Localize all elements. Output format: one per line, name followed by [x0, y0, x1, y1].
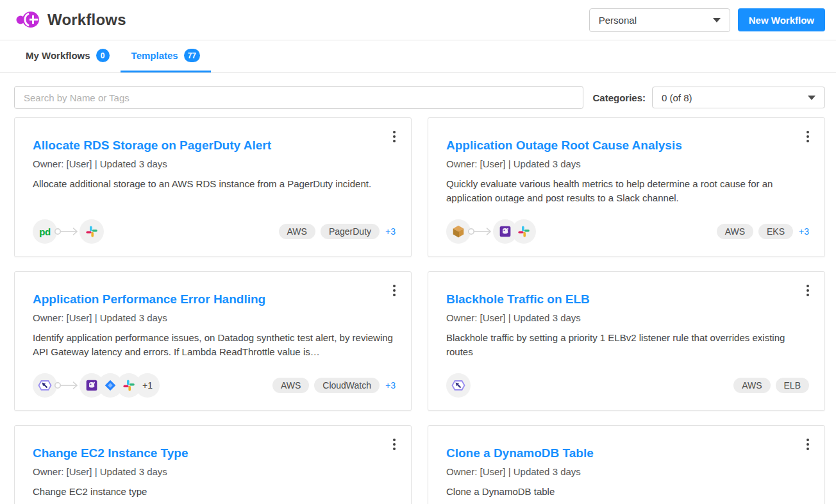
tag-badge: AWS	[733, 378, 770, 393]
chevron-down-icon	[808, 96, 815, 100]
workspace-select[interactable]: Personal	[589, 8, 730, 32]
tag-list: AWSELB	[733, 378, 809, 393]
app-header: Workflows Personal New Workflow	[0, 0, 836, 40]
tab-bar: My Workflows 0 Templates 77	[0, 40, 836, 73]
search-input[interactable]	[14, 86, 583, 109]
tag-list: AWSEKS+3	[717, 224, 809, 239]
tag-badge: AWS	[717, 224, 753, 239]
card-footer: pd AWSPagerDuty+3	[33, 219, 396, 244]
categories-select-value: 0 (of 8)	[662, 92, 692, 103]
tab-label: Templates	[131, 50, 178, 61]
workflow-meta: Owner: [User] | Updated 3 days	[446, 158, 809, 169]
categories-select[interactable]: 0 (of 8)	[652, 87, 825, 108]
chevron-down-icon	[713, 18, 721, 22]
tag-badge: PagerDuty	[321, 224, 380, 239]
arrow-connector-icon	[54, 219, 82, 244]
workflow-card[interactable]: Application Performance Error Handling O…	[14, 271, 412, 411]
new-workflow-button[interactable]: New Workflow	[738, 8, 825, 31]
workflow-description: Blackhole traffic by setting a priority …	[446, 331, 809, 359]
tag-badge: AWS	[279, 224, 315, 239]
connector-icon-row: +1	[33, 373, 160, 398]
arrow-connector-icon	[467, 219, 496, 244]
more-tags-link[interactable]: +3	[385, 380, 396, 391]
kebab-menu-icon[interactable]	[804, 436, 812, 453]
workflow-title-link[interactable]: Allocate RDS Storage on PagerDuty Alert	[33, 137, 396, 154]
workflow-card[interactable]: Change EC2 Instance Type Owner: [User] |…	[14, 425, 412, 504]
workflow-meta: Owner: [User] | Updated 3 days	[33, 312, 396, 323]
workflow-title-link[interactable]: Clone a DynamoDB Table	[446, 445, 809, 462]
workflow-meta: Owner: [User] | Updated 3 days	[446, 466, 809, 477]
synthetics-icon	[446, 373, 471, 398]
overflow-count-badge[interactable]: +1	[135, 373, 160, 398]
kebab-menu-icon[interactable]	[804, 128, 812, 145]
workflow-card[interactable]: Allocate RDS Storage on PagerDuty Alert …	[14, 117, 412, 257]
tag-badge: CloudWatch	[314, 378, 380, 393]
connector-icon-row	[446, 373, 471, 398]
slack-icon	[79, 219, 104, 244]
connector-icon-row: pd	[33, 219, 104, 244]
kebab-menu-icon[interactable]	[390, 128, 398, 145]
kebab-menu-icon[interactable]	[390, 436, 398, 453]
workflow-meta: Owner: [User] | Updated 3 days	[33, 466, 396, 477]
tag-list: AWSPagerDuty+3	[279, 224, 396, 239]
workflow-card-grid: Allocate RDS Storage on PagerDuty Alert …	[14, 117, 825, 504]
card-footer: AWSELB	[446, 373, 809, 398]
workflow-meta: Owner: [User] | Updated 3 days	[33, 158, 396, 169]
workflow-card[interactable]: Application Outage Root Cause Analysis O…	[428, 117, 825, 257]
tag-badge: AWS	[272, 378, 309, 393]
workflow-card[interactable]: Clone a DynamoDB Table Owner: [User] | U…	[428, 425, 825, 504]
slack-icon	[512, 219, 536, 244]
card-footer: +1 AWSCloudWatch+3	[33, 373, 396, 398]
tag-badge: ELB	[776, 378, 809, 393]
filter-toolbar: Categories: 0 (of 8)	[14, 86, 825, 109]
page-title: Workflows	[47, 11, 126, 29]
tab-count-badge: 77	[184, 49, 200, 62]
categories-label: Categories:	[592, 92, 646, 103]
workflow-description: Clone a DynamoDB table	[446, 485, 809, 499]
connector-icon-row	[446, 219, 536, 244]
tab-count-badge: 0	[96, 49, 110, 62]
workflow-title-link[interactable]: Application Outage Root Cause Analysis	[446, 137, 809, 154]
workspace-select-value: Personal	[599, 15, 637, 26]
card-footer: AWSEKS+3	[446, 219, 809, 244]
workflow-description: Change EC2 instance type	[33, 485, 396, 499]
workflow-card[interactable]: Blackhole Traffic on ELB Owner: [User] |…	[428, 271, 825, 411]
tab-my-workflows[interactable]: My Workflows 0	[15, 40, 121, 72]
more-tags-link[interactable]: +3	[799, 226, 809, 237]
unskript-logo-icon	[15, 8, 40, 31]
tab-templates[interactable]: Templates 77	[121, 40, 211, 72]
workflow-title-link[interactable]: Blackhole Traffic on ELB	[446, 291, 809, 308]
more-tags-link[interactable]: +3	[385, 226, 396, 237]
kebab-menu-icon[interactable]	[804, 282, 812, 299]
workflow-description: Quickly evaluate various health metrics …	[446, 177, 809, 205]
arrow-connector-icon	[54, 373, 82, 398]
tag-list: AWSCloudWatch+3	[272, 378, 396, 393]
tab-label: My Workflows	[26, 50, 90, 61]
workflow-description: Identify application performance issues,…	[33, 331, 396, 359]
tag-badge: EKS	[758, 224, 793, 239]
workflow-title-link[interactable]: Change EC2 Instance Type	[33, 445, 396, 462]
kebab-menu-icon[interactable]	[390, 282, 398, 299]
workflow-description: Allocate additional storage to an AWS RD…	[33, 177, 396, 191]
workflow-title-link[interactable]: Application Performance Error Handling	[33, 291, 396, 308]
workflow-meta: Owner: [User] | Updated 3 days	[446, 312, 809, 323]
